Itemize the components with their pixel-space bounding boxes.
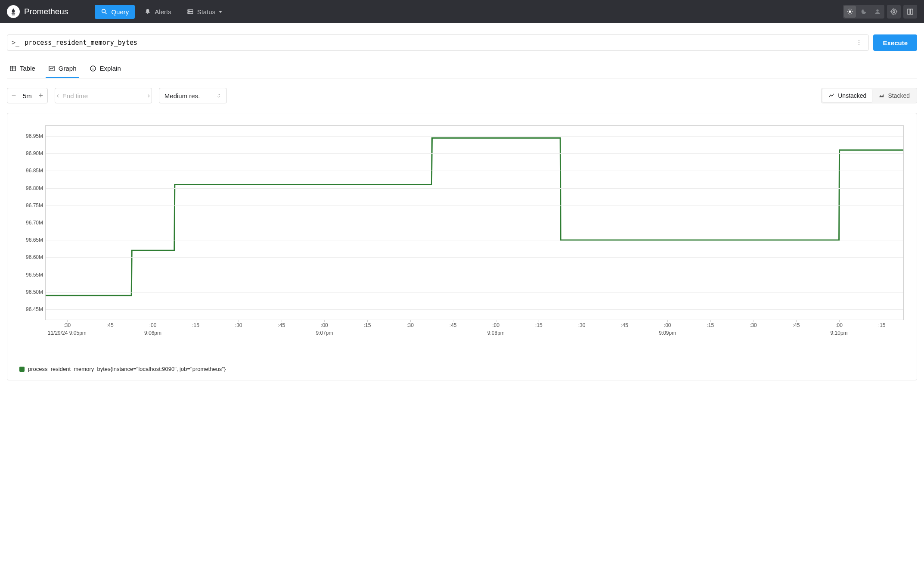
brand-wrap[interactable]: Prometheus	[7, 5, 90, 18]
tab-graph-label: Graph	[59, 65, 77, 72]
chart-legend[interactable]: process_resident_memory_bytes{instance="…	[19, 366, 905, 372]
x-axis-minor-label: :45	[450, 322, 457, 328]
svg-point-17	[876, 9, 878, 12]
x-axis-major-label: 11/29/24 9:05pm	[48, 330, 87, 336]
query-row: >_ Execute	[7, 34, 917, 51]
nav-query[interactable]: Query	[95, 5, 135, 19]
controls-left: − 5m + ‹ › Medium res.	[7, 88, 227, 103]
select-caret-icon	[216, 93, 221, 98]
y-axis-label: 96.90M	[18, 150, 43, 156]
nav-alerts[interactable]: Alerts	[138, 5, 177, 19]
dark-theme-icon[interactable]	[857, 5, 871, 19]
svg-point-18	[893, 11, 895, 13]
light-theme-icon[interactable]	[844, 6, 856, 18]
range-increase-button[interactable]: +	[34, 88, 47, 103]
y-axis-label: 96.85M	[18, 168, 43, 174]
end-time-input[interactable]	[61, 92, 146, 100]
tab-explain-label: Explain	[100, 65, 121, 72]
svg-line-13	[848, 9, 848, 10]
table-icon	[9, 65, 16, 72]
prompt-icon: >_	[12, 39, 19, 47]
kebab-icon	[856, 39, 862, 46]
x-axis-minor-label: :30	[578, 322, 586, 328]
navbar: Prometheus Query Alerts Status	[0, 0, 924, 23]
end-time-control: ‹ ›	[55, 88, 152, 103]
resolution-select[interactable]: Medium res.	[159, 88, 227, 103]
nav-alerts-label: Alerts	[155, 8, 171, 16]
nav-left: Prometheus Query Alerts Status	[7, 5, 228, 19]
x-axis-minor-label: :45	[793, 322, 800, 328]
result-tabs: Table Graph Explain	[7, 60, 917, 78]
x-axis-minor-label: :30	[750, 322, 757, 328]
y-axis-label: 96.80M	[18, 185, 43, 191]
chart-area[interactable]: 96.45M96.50M96.55M96.60M96.65M96.70M96.7…	[19, 125, 905, 341]
nav-status[interactable]: Status	[181, 5, 229, 19]
svg-rect-0	[12, 13, 15, 14]
prometheus-logo-icon	[7, 5, 20, 18]
tab-explain[interactable]: Explain	[87, 60, 124, 78]
x-axis-minor-label: :15	[707, 322, 714, 328]
stacked-option[interactable]: Stacked	[872, 89, 916, 102]
end-time-prev-button[interactable]: ‹	[55, 88, 61, 103]
x-axis-minor-label: :00	[835, 322, 843, 328]
x-axis-minor-label: :30	[63, 322, 71, 328]
x-axis-major-label: 9:06pm	[144, 330, 161, 336]
x-axis-minor-label: :45	[106, 322, 114, 328]
svg-rect-1	[12, 15, 15, 16]
tab-graph[interactable]: Graph	[46, 60, 79, 78]
nav-items: Query Alerts Status	[95, 5, 228, 19]
execute-button[interactable]: Execute	[873, 34, 917, 51]
stacked-label: Stacked	[888, 92, 910, 99]
svg-line-16	[852, 9, 852, 10]
x-axis-minor-label: :00	[664, 322, 671, 328]
end-time-next-button[interactable]: ›	[146, 88, 152, 103]
x-axis-minor-label: :30	[235, 322, 242, 328]
query-box[interactable]: >_	[7, 34, 869, 51]
x-axis-minor-label: :45	[278, 322, 285, 328]
unstacked-option[interactable]: Unstacked	[822, 89, 872, 102]
legend-swatch	[19, 367, 25, 372]
svg-point-20	[859, 40, 859, 41]
svg-point-7	[189, 12, 189, 13]
y-axis-label: 96.55M	[18, 272, 43, 278]
stacked-icon	[878, 93, 884, 99]
stack-mode-toggle: Unstacked Stacked	[821, 88, 917, 103]
svg-line-15	[848, 13, 848, 14]
chart-plot: 96.45M96.50M96.55M96.60M96.65M96.70M96.7…	[45, 125, 904, 320]
svg-line-3	[105, 12, 106, 14]
tab-table-label: Table	[20, 65, 35, 72]
graph-controls: − 5m + ‹ › Medium res. Unstacked Stacked	[7, 88, 917, 103]
svg-point-8	[849, 10, 851, 12]
x-axis-major-label: 9:07pm	[316, 330, 333, 336]
x-axis-minor-label: :15	[535, 322, 543, 328]
y-axis-label: 96.45M	[18, 306, 43, 312]
query-input[interactable]	[25, 39, 854, 47]
y-axis-label: 96.60M	[18, 254, 43, 260]
book-icon	[906, 8, 914, 16]
nav-status-label: Status	[197, 8, 216, 16]
svg-line-14	[852, 13, 852, 14]
resolution-value: Medium res.	[164, 92, 200, 100]
settings-button[interactable]	[887, 5, 901, 19]
nav-query-label: Query	[111, 8, 129, 16]
unstacked-icon	[828, 93, 834, 99]
x-axis-minor-label: :00	[492, 322, 499, 328]
query-options-button[interactable]	[854, 37, 864, 48]
svg-point-22	[859, 44, 859, 45]
svg-point-21	[859, 42, 859, 43]
x-axis-major-label: 9:08pm	[487, 330, 505, 336]
docs-button[interactable]	[903, 5, 917, 19]
theme-toggle[interactable]	[843, 5, 884, 19]
y-axis-label: 96.70M	[18, 220, 43, 226]
main-content: >_ Execute Table Graph Explain − 5m +	[0, 23, 924, 387]
tab-table[interactable]: Table	[7, 60, 38, 78]
auto-theme-icon[interactable]	[871, 5, 884, 19]
range-decrease-button[interactable]: −	[7, 88, 20, 103]
server-icon	[187, 8, 194, 15]
svg-point-6	[189, 10, 189, 11]
x-axis-minor-label: :15	[364, 322, 371, 328]
gear-icon	[890, 8, 898, 16]
x-axis-major-label: 9:10pm	[831, 330, 848, 336]
range-value: 5m	[20, 92, 34, 100]
x-axis-minor-label: :30	[406, 322, 414, 328]
